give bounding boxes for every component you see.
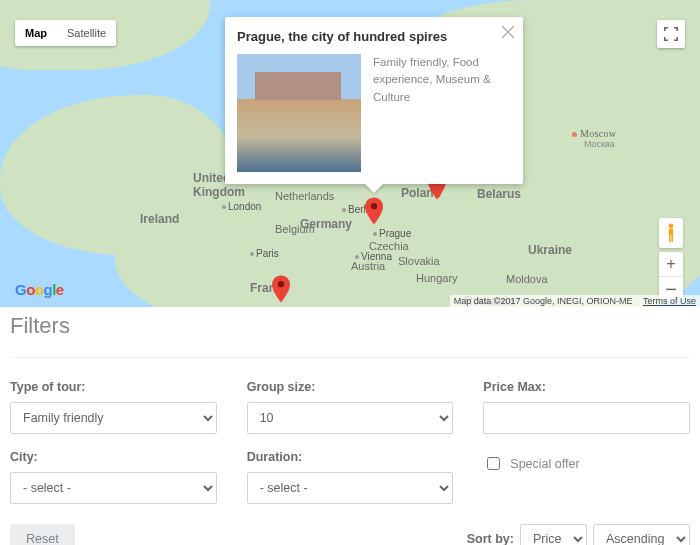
- map-type-satellite[interactable]: Satellite: [57, 20, 116, 46]
- duration-label: Duration:: [247, 450, 454, 464]
- map-label-moscow: Moscow: [572, 128, 616, 139]
- map-marker[interactable]: [272, 275, 290, 303]
- map-label-moldova: Moldova: [506, 273, 548, 285]
- svg-rect-6: [671, 235, 673, 242]
- field-city: City: - select -: [10, 450, 217, 504]
- map-label-moscow-ru: Москва: [584, 139, 615, 149]
- close-icon: [501, 25, 515, 39]
- map-marker[interactable]: [365, 197, 383, 225]
- map[interactable]: UnitedKingdom Ireland Netherlands Belgiu…: [0, 0, 700, 307]
- sort-direction-select[interactable]: Ascending: [593, 524, 690, 545]
- map-label-ukraine: Ukraine: [528, 243, 572, 257]
- fullscreen-button[interactable]: [657, 20, 685, 48]
- map-label-hungary: Hungary: [416, 272, 458, 284]
- map-label-paris: Paris: [250, 248, 279, 259]
- filters-section: Filters Type of tour: Family friendly Gr…: [0, 307, 700, 545]
- map-label-slovakia: Slovakia: [398, 255, 440, 267]
- info-thumbnail[interactable]: [237, 54, 361, 172]
- type-select[interactable]: Family friendly: [10, 402, 217, 434]
- map-label-germany: Germany: [300, 217, 352, 231]
- type-label: Type of tour:: [10, 380, 217, 394]
- map-label-netherlands: Netherlands: [275, 190, 334, 202]
- duration-select[interactable]: - select -: [247, 472, 454, 504]
- city-label: City:: [10, 450, 217, 464]
- map-info-window: Prague, the city of hundred spires Famil…: [225, 17, 523, 184]
- info-tags: Family friendly, Food experience, Museum…: [373, 54, 505, 172]
- field-group: Group size: 10: [247, 380, 454, 434]
- svg-rect-5: [669, 235, 671, 242]
- map-label-prague: Prague: [373, 228, 411, 239]
- google-logo[interactable]: Google: [15, 281, 64, 298]
- field-special: Special offer: [483, 450, 690, 504]
- special-checkbox[interactable]: [487, 457, 500, 470]
- price-input[interactable]: [483, 402, 690, 434]
- sort-field-select[interactable]: Price: [520, 524, 587, 545]
- map-label-london: London: [222, 201, 261, 212]
- filters-heading: Filters: [10, 313, 690, 339]
- price-label: Price Max:: [483, 380, 690, 394]
- info-close-button[interactable]: [501, 25, 515, 39]
- streetview-pegman[interactable]: [659, 218, 683, 248]
- attribution-text: Map data ©2017 Google, INEGI, ORION-ME: [454, 296, 633, 306]
- pegman-icon: [665, 223, 677, 243]
- svg-point-2: [278, 281, 284, 287]
- info-title: Prague, the city of hundred spires: [237, 29, 505, 44]
- map-label-belarus: Belarus: [477, 187, 521, 201]
- svg-point-0: [371, 203, 377, 209]
- svg-point-3: [669, 224, 674, 229]
- group-label: Group size:: [247, 380, 454, 394]
- info-window-tail: [364, 183, 384, 193]
- field-type: Type of tour: Family friendly: [10, 380, 217, 434]
- terms-link[interactable]: Terms of Use: [643, 296, 696, 306]
- field-price: Price Max:: [483, 380, 690, 434]
- divider: [10, 357, 690, 358]
- map-label-ireland: Ireland: [140, 212, 179, 226]
- special-label: Special offer: [510, 457, 579, 471]
- fullscreen-icon: [664, 27, 678, 41]
- field-duration: Duration: - select -: [247, 450, 454, 504]
- zoom-control: + −: [659, 252, 683, 300]
- sort-label: Sort by:: [467, 532, 514, 545]
- reset-button[interactable]: Reset: [10, 524, 75, 545]
- map-type-map[interactable]: Map: [15, 20, 57, 46]
- sort-group: Sort by: Price Ascending: [467, 524, 690, 545]
- svg-rect-4: [669, 229, 674, 236]
- map-label-vienna: Vienna: [355, 251, 392, 262]
- map-type-control[interactable]: Map Satellite: [15, 20, 116, 46]
- map-attribution: Map data ©2017 Google, INEGI, ORION-ME T…: [450, 295, 700, 307]
- zoom-in-button[interactable]: +: [659, 252, 683, 276]
- city-select[interactable]: - select -: [10, 472, 217, 504]
- group-select[interactable]: 10: [247, 402, 454, 434]
